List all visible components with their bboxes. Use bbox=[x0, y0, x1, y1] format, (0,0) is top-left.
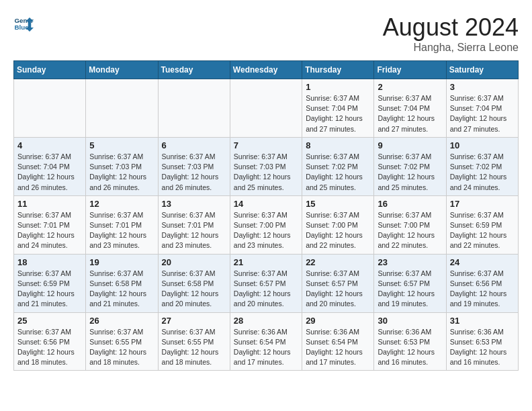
calendar-cell: 26Sunrise: 6:37 AM Sunset: 6:55 PM Dayli… bbox=[86, 312, 158, 371]
subtitle: Hangha, Sierra Leone bbox=[383, 42, 519, 54]
day-number: 2 bbox=[378, 82, 442, 92]
calendar-cell: 5Sunrise: 6:37 AM Sunset: 7:03 PM Daylig… bbox=[86, 137, 158, 195]
calendar-cell: 17Sunrise: 6:37 AM Sunset: 6:59 PM Dayli… bbox=[446, 195, 518, 254]
day-number: 23 bbox=[378, 257, 442, 267]
day-number: 30 bbox=[378, 316, 442, 326]
day-number: 27 bbox=[162, 316, 226, 326]
weekday-header-sunday: Sunday bbox=[14, 61, 86, 79]
day-number: 31 bbox=[450, 316, 515, 326]
calendar-cell: 29Sunrise: 6:36 AM Sunset: 6:54 PM Dayli… bbox=[302, 312, 374, 371]
day-info: Sunrise: 6:36 AM Sunset: 6:54 PM Dayligh… bbox=[234, 327, 298, 368]
day-number: 28 bbox=[234, 316, 298, 326]
day-info: Sunrise: 6:36 AM Sunset: 6:54 PM Dayligh… bbox=[306, 327, 370, 368]
weekday-header-wednesday: Wednesday bbox=[230, 61, 302, 79]
day-number: 10 bbox=[450, 140, 515, 150]
day-number: 3 bbox=[450, 82, 515, 92]
title-block: August 2024 Hangha, Sierra Leone bbox=[383, 13, 519, 54]
calendar-cell: 25Sunrise: 6:37 AM Sunset: 6:56 PM Dayli… bbox=[14, 312, 86, 371]
logo: General Blue bbox=[13, 13, 34, 34]
calendar-cell bbox=[86, 79, 158, 138]
weekday-header-tuesday: Tuesday bbox=[158, 61, 230, 79]
calendar-cell: 11Sunrise: 6:37 AM Sunset: 7:01 PM Dayli… bbox=[14, 195, 86, 254]
calendar-cell: 3Sunrise: 6:37 AM Sunset: 7:04 PM Daylig… bbox=[446, 79, 518, 138]
calendar-week-3: 11Sunrise: 6:37 AM Sunset: 7:01 PM Dayli… bbox=[14, 195, 519, 254]
calendar-cell: 4Sunrise: 6:37 AM Sunset: 7:04 PM Daylig… bbox=[14, 137, 86, 195]
day-info: Sunrise: 6:37 AM Sunset: 7:00 PM Dayligh… bbox=[378, 210, 442, 251]
day-number: 8 bbox=[306, 140, 370, 150]
day-info: Sunrise: 6:37 AM Sunset: 7:02 PM Dayligh… bbox=[306, 152, 370, 193]
day-info: Sunrise: 6:37 AM Sunset: 6:57 PM Dayligh… bbox=[234, 269, 298, 310]
day-info: Sunrise: 6:37 AM Sunset: 7:04 PM Dayligh… bbox=[17, 152, 82, 193]
day-info: Sunrise: 6:37 AM Sunset: 7:00 PM Dayligh… bbox=[234, 210, 298, 251]
day-info: Sunrise: 6:37 AM Sunset: 6:56 PM Dayligh… bbox=[17, 327, 82, 368]
calendar-cell: 30Sunrise: 6:36 AM Sunset: 6:53 PM Dayli… bbox=[374, 312, 446, 371]
day-number: 7 bbox=[234, 140, 298, 150]
calendar-table: SundayMondayTuesdayWednesdayThursdayFrid… bbox=[13, 60, 519, 371]
calendar-cell: 19Sunrise: 6:37 AM Sunset: 6:58 PM Dayli… bbox=[86, 254, 158, 312]
day-number: 18 bbox=[17, 257, 82, 267]
day-info: Sunrise: 6:37 AM Sunset: 6:57 PM Dayligh… bbox=[306, 269, 370, 310]
weekday-row: SundayMondayTuesdayWednesdayThursdayFrid… bbox=[14, 61, 519, 79]
day-info: Sunrise: 6:37 AM Sunset: 6:58 PM Dayligh… bbox=[89, 269, 154, 310]
calendar-body: 1Sunrise: 6:37 AM Sunset: 7:04 PM Daylig… bbox=[14, 79, 519, 371]
day-number: 13 bbox=[162, 199, 226, 209]
calendar-cell bbox=[230, 79, 302, 138]
day-number: 21 bbox=[234, 257, 298, 267]
calendar-cell: 22Sunrise: 6:37 AM Sunset: 6:57 PM Dayli… bbox=[302, 254, 374, 312]
day-info: Sunrise: 6:37 AM Sunset: 7:04 PM Dayligh… bbox=[450, 93, 515, 134]
calendar-week-5: 25Sunrise: 6:37 AM Sunset: 6:56 PM Dayli… bbox=[14, 312, 519, 371]
day-number: 6 bbox=[162, 140, 226, 150]
calendar-week-2: 4Sunrise: 6:37 AM Sunset: 7:04 PM Daylig… bbox=[14, 137, 519, 195]
calendar-cell: 27Sunrise: 6:37 AM Sunset: 6:55 PM Dayli… bbox=[158, 312, 230, 371]
day-info: Sunrise: 6:37 AM Sunset: 6:55 PM Dayligh… bbox=[89, 327, 154, 368]
calendar-cell: 7Sunrise: 6:37 AM Sunset: 7:03 PM Daylig… bbox=[230, 137, 302, 195]
day-number: 24 bbox=[450, 257, 515, 267]
day-number: 5 bbox=[89, 140, 154, 150]
day-number: 16 bbox=[378, 199, 442, 209]
day-number: 26 bbox=[89, 316, 154, 326]
calendar-cell: 2Sunrise: 6:37 AM Sunset: 7:04 PM Daylig… bbox=[374, 79, 446, 138]
day-number: 17 bbox=[450, 199, 515, 209]
day-info: Sunrise: 6:37 AM Sunset: 7:02 PM Dayligh… bbox=[378, 152, 442, 193]
page-header: General Blue August 2024 Hangha, Sierra … bbox=[13, 13, 519, 54]
day-number: 14 bbox=[234, 199, 298, 209]
day-info: Sunrise: 6:37 AM Sunset: 6:57 PM Dayligh… bbox=[378, 269, 442, 310]
calendar-header: SundayMondayTuesdayWednesdayThursdayFrid… bbox=[14, 61, 519, 79]
day-info: Sunrise: 6:37 AM Sunset: 7:04 PM Dayligh… bbox=[378, 93, 442, 134]
calendar-cell: 20Sunrise: 6:37 AM Sunset: 6:58 PM Dayli… bbox=[158, 254, 230, 312]
weekday-header-monday: Monday bbox=[86, 61, 158, 79]
calendar-cell: 8Sunrise: 6:37 AM Sunset: 7:02 PM Daylig… bbox=[302, 137, 374, 195]
day-number: 4 bbox=[17, 140, 82, 150]
svg-text:Blue: Blue bbox=[15, 24, 30, 31]
main-title: August 2024 bbox=[383, 13, 519, 42]
day-info: Sunrise: 6:37 AM Sunset: 7:01 PM Dayligh… bbox=[89, 210, 154, 251]
day-number: 1 bbox=[306, 82, 370, 92]
calendar-cell bbox=[14, 79, 86, 138]
day-info: Sunrise: 6:37 AM Sunset: 6:58 PM Dayligh… bbox=[162, 269, 226, 310]
calendar-week-1: 1Sunrise: 6:37 AM Sunset: 7:04 PM Daylig… bbox=[14, 79, 519, 138]
day-info: Sunrise: 6:37 AM Sunset: 6:55 PM Dayligh… bbox=[162, 327, 226, 368]
day-number: 22 bbox=[306, 257, 370, 267]
day-info: Sunrise: 6:37 AM Sunset: 7:01 PM Dayligh… bbox=[17, 210, 82, 251]
calendar-cell bbox=[158, 79, 230, 138]
logo-icon: General Blue bbox=[13, 13, 34, 34]
day-number: 20 bbox=[162, 257, 226, 267]
day-info: Sunrise: 6:37 AM Sunset: 6:56 PM Dayligh… bbox=[450, 269, 515, 310]
calendar-cell: 9Sunrise: 6:37 AM Sunset: 7:02 PM Daylig… bbox=[374, 137, 446, 195]
calendar-cell: 21Sunrise: 6:37 AM Sunset: 6:57 PM Dayli… bbox=[230, 254, 302, 312]
day-info: Sunrise: 6:37 AM Sunset: 7:02 PM Dayligh… bbox=[450, 152, 515, 193]
calendar-cell: 14Sunrise: 6:37 AM Sunset: 7:00 PM Dayli… bbox=[230, 195, 302, 254]
day-info: Sunrise: 6:37 AM Sunset: 7:03 PM Dayligh… bbox=[162, 152, 226, 193]
calendar-cell: 13Sunrise: 6:37 AM Sunset: 7:01 PM Dayli… bbox=[158, 195, 230, 254]
day-info: Sunrise: 6:36 AM Sunset: 6:53 PM Dayligh… bbox=[450, 327, 515, 368]
day-number: 12 bbox=[89, 199, 154, 209]
weekday-header-thursday: Thursday bbox=[302, 61, 374, 79]
day-info: Sunrise: 6:37 AM Sunset: 6:59 PM Dayligh… bbox=[450, 210, 515, 251]
calendar-cell: 24Sunrise: 6:37 AM Sunset: 6:56 PM Dayli… bbox=[446, 254, 518, 312]
calendar-cell: 15Sunrise: 6:37 AM Sunset: 7:00 PM Dayli… bbox=[302, 195, 374, 254]
calendar-cell: 16Sunrise: 6:37 AM Sunset: 7:00 PM Dayli… bbox=[374, 195, 446, 254]
calendar-week-4: 18Sunrise: 6:37 AM Sunset: 6:59 PM Dayli… bbox=[14, 254, 519, 312]
calendar-cell: 18Sunrise: 6:37 AM Sunset: 6:59 PM Dayli… bbox=[14, 254, 86, 312]
calendar-cell: 10Sunrise: 6:37 AM Sunset: 7:02 PM Dayli… bbox=[446, 137, 518, 195]
day-info: Sunrise: 6:37 AM Sunset: 7:00 PM Dayligh… bbox=[306, 210, 370, 251]
